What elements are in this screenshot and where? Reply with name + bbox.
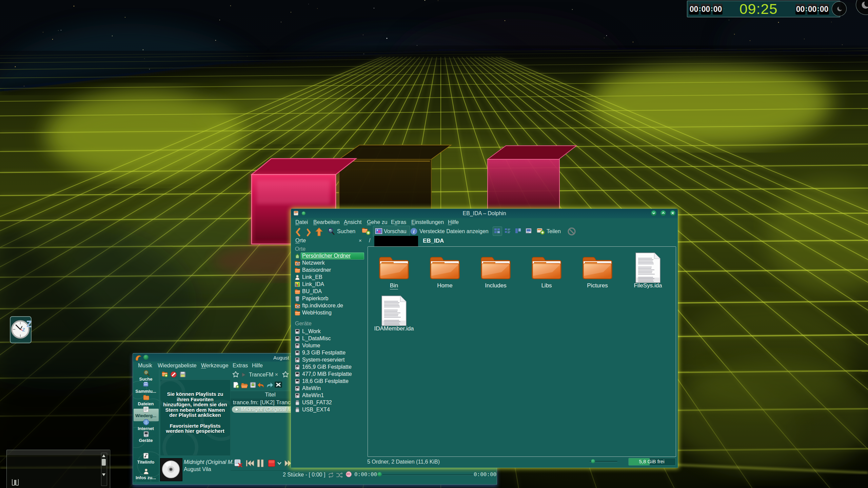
svg-text:Z: Z xyxy=(26,319,32,329)
svg-text:z: z xyxy=(22,326,25,333)
svg-text:i: i xyxy=(413,229,415,234)
